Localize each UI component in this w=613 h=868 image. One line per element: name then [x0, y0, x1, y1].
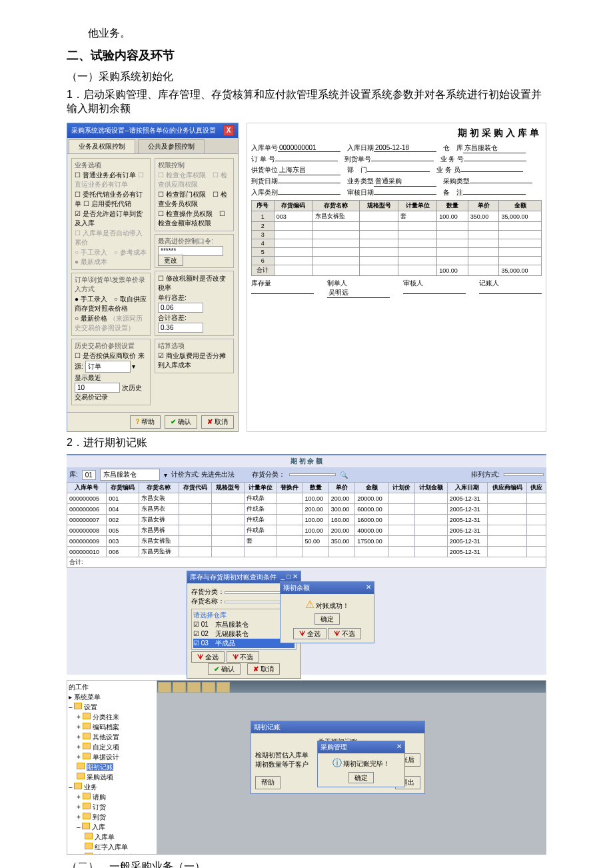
item-1: 1．启动采购管理、库存管理、存货核算和应付款管理系统并设置系统参数并对各系统进行…	[67, 88, 546, 116]
chk-p3[interactable]: ☐ 检查部门权限 ☐ 检查业务员权限	[158, 190, 231, 209]
group-pw: 最高进价控制口令:	[158, 237, 231, 246]
done-popup: 采购管理✕ ⓘ 期初记账完毕！ 确定	[317, 741, 405, 787]
chk-over[interactable]: ☑ 是否允许超订单到货及入库	[75, 209, 147, 228]
pop-name[interactable]	[225, 601, 283, 603]
all2-button[interactable]: ᗐ 全选	[293, 628, 326, 639]
dialog-title: 采购系统选项设置--请按照各单位的业务认真设置	[71, 126, 216, 135]
group-perm: 权限控制	[158, 161, 231, 170]
success-ok[interactable]: 确定	[314, 613, 340, 625]
nav-tree[interactable]: 的工作 ▸ 系统菜单 – 设置 + 分类往来+ 编码档案+ 其他设置+ 自定义项…	[67, 681, 157, 854]
close-icon[interactable]: X	[223, 125, 234, 136]
balance-table: 入库单号存货编码存货名称存货代码规格型号计量单位替换件数量单价金额计划价计划金额…	[67, 482, 546, 568]
help2-button[interactable]: 帮助	[255, 776, 281, 789]
search-icon[interactable]: 🔍	[340, 471, 348, 479]
pop-cancel[interactable]: ✘ 取消	[247, 663, 280, 675]
tree-node[interactable]: + 自定义项	[77, 743, 155, 752]
voucher-title: 期初采购入库单	[251, 127, 542, 139]
balance-title: 期 初 余 额	[67, 455, 546, 467]
settings-dialog: 采购系统选项设置--请按照各单位的业务认真设置X 业务及权限控制 公共及参照控制…	[67, 123, 239, 432]
section-2-title: （二） 一般采购业务（一）	[67, 860, 546, 868]
voucher-field[interactable]: 到货日期	[251, 177, 340, 187]
change-button[interactable]: 更改	[158, 255, 183, 266]
voucher-field[interactable]: 入库类别	[251, 188, 340, 197]
toolbar-button[interactable]	[158, 682, 171, 693]
tree-node[interactable]: 入库单	[85, 833, 155, 842]
group-biz: 业务选项	[75, 161, 147, 170]
chk-fee[interactable]: ☑ 商业版费用是否分摊到入库成本	[158, 351, 231, 370]
voucher-field[interactable]: 业 务 号	[440, 155, 527, 164]
radio-manual[interactable]: ● 手工录入 ○ 取自供应商存货对照表价格	[75, 295, 147, 313]
success-popup: 期初余额✕ ⚠ 对账成功！ 确定 ᗐ 全选 ᗐ 不选	[280, 581, 374, 643]
posting-figure: 的工作 ▸ 系统菜单 – 设置 + 分类往来+ 编码档案+ 其他设置+ 自定义项…	[67, 680, 546, 855]
close-icon[interactable]: ✕	[366, 583, 371, 593]
voucher-field[interactable]: 备 注	[443, 188, 526, 197]
radio-newest[interactable]: ○ 最新价格 （来源同历史交易价参照设置）	[75, 314, 147, 333]
tree-node[interactable]: + 分类往来	[77, 713, 155, 722]
tree-node[interactable]: 红字入库单	[85, 843, 155, 852]
tree-node[interactable]: + 单据设计	[77, 753, 155, 762]
tree-node[interactable]: + 其他设置	[77, 733, 155, 742]
voucher-field[interactable]: 订 单 号	[251, 155, 338, 164]
tree-node[interactable]: + 编码档案	[77, 723, 155, 732]
cancel-button[interactable]: ✘ 取消	[201, 415, 234, 429]
chk-consign[interactable]: ☐ 委托代销业务必有订单 ☐ 启用委托代销	[75, 190, 147, 209]
tab-business[interactable]: 业务及权限控制	[69, 139, 135, 153]
total-diff[interactable]: 0.36	[158, 323, 203, 333]
section-1-title: （一）采购系统初始化	[67, 70, 546, 84]
voucher-field[interactable]: 业务类型普通采购	[347, 177, 436, 187]
voucher-field[interactable]: 采购类型	[443, 177, 532, 187]
src-select[interactable]: 订单	[85, 361, 131, 373]
close-icon[interactable]: ✕	[396, 743, 402, 752]
ok-button[interactable]: ✔ 确认	[165, 415, 197, 429]
chk-p5[interactable]: ☐ 检查操作员权限 ☐ 检查金额审核权限	[158, 209, 231, 228]
wh-name: 东昌服装仓	[100, 469, 160, 481]
warning-icon: ⚠	[305, 599, 314, 610]
count-input[interactable]: 10	[75, 383, 120, 393]
group-price: 订单\到货单\发票单价录入方式	[75, 275, 147, 294]
voucher-form: 期初采购入库单 入库单号0000000001入库日期2005-12-18仓 库东…	[247, 123, 546, 432]
balance-figure: 期 初 余 额 库:01 东昌服装仓 ▾计价方式: 先进先出法 存货分类： 🔍 …	[67, 454, 546, 675]
help-button[interactable]: ? 帮助	[130, 415, 161, 429]
voucher-field[interactable]: 业 务 员	[436, 165, 523, 175]
done-ok[interactable]: 确定	[348, 772, 374, 783]
chk-order[interactable]: ☐ 普通业务必有订单 ☐ 直运业务必有订单	[75, 171, 147, 189]
intro-text: 他业务。	[67, 27, 546, 41]
none-button[interactable]: ᗐ 不选	[227, 651, 260, 663]
all-button[interactable]: ᗐ 全选	[191, 651, 225, 663]
tree-node[interactable]: 受托代销入库单	[85, 853, 155, 854]
voucher-table: 序号存货编码存货名称规格型号计量单位数量单价金额1003东昌女裤坠套100.00…	[251, 200, 542, 276]
group-history: 历史交易价参照设置	[75, 341, 147, 351]
voucher-field[interactable]: 供货单位上海东昌	[251, 165, 340, 175]
pop-ok[interactable]: ✔ 确认	[208, 663, 241, 675]
none2-button[interactable]: ᗐ 不选	[328, 628, 361, 639]
voucher-field[interactable]: 入库日期2005-12-18	[347, 143, 436, 153]
cat-input[interactable]	[289, 473, 336, 476]
chk-vendor-price[interactable]: ☐ 是否按供应商取价 来源: 订单 ▾	[75, 351, 147, 373]
chk-tax[interactable]: ☐ 修改税额时是否改变税率	[158, 274, 231, 293]
toolbar	[157, 681, 546, 693]
voucher-field[interactable]: 到货单号	[344, 155, 434, 164]
wh-code[interactable]: 01	[82, 470, 96, 480]
chk-p1[interactable]: ☐ 检查仓库权限 ☐ 检查供应商权限	[158, 171, 231, 189]
group-settle: 结算选项	[158, 341, 231, 351]
voucher-field[interactable]: 仓 库东昌服装仓	[443, 143, 526, 153]
pop-cat[interactable]	[225, 591, 283, 594]
line-diff[interactable]: 0.06	[158, 303, 203, 313]
sort-input[interactable]	[504, 473, 544, 476]
tree-node[interactable]: + 订货	[77, 803, 155, 812]
voucher-field[interactable]: 入库单号0000000001	[251, 143, 340, 153]
tab-public[interactable]: 公共及参照控制	[138, 139, 205, 153]
chk-auto: ☐ 入库单是否自动带入累价	[75, 229, 147, 247]
tree-node[interactable]: + 请购	[77, 793, 155, 802]
tree-node[interactable]: + 到货	[77, 813, 155, 822]
info-icon: ⓘ	[332, 757, 342, 768]
min-icon[interactable]: _ □ ✕	[281, 573, 298, 582]
voucher-field[interactable]: 审核日期	[347, 188, 436, 197]
tree-highlight[interactable]: 期初记账	[87, 763, 113, 771]
heading-2: 二、试验内容及环节	[67, 47, 546, 63]
voucher-field[interactable]: 部 门	[347, 165, 430, 175]
item-2: 2．进行期初记账	[67, 436, 546, 450]
